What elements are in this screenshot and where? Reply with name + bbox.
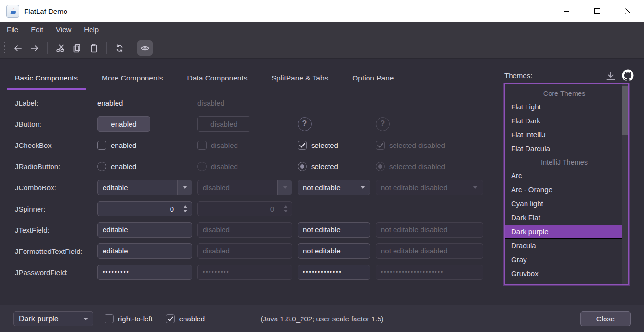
jcombobox-row-label: JComboBox: — [15, 184, 92, 192]
radio-enabled[interactable]: enabled — [97, 162, 192, 171]
theme-list-item[interactable]: Flat Light — [505, 100, 622, 114]
theme-list-item[interactable]: Gruvbox — [505, 266, 622, 280]
enabled-label: enabled — [179, 315, 205, 323]
jlabel-row-label: JLabel: — [15, 99, 92, 107]
tab-basic-components[interactable]: Basic Components — [7, 68, 86, 90]
back-button[interactable] — [10, 40, 26, 56]
tab-data-components[interactable]: Data Components — [179, 68, 256, 90]
download-icon[interactable] — [605, 71, 616, 81]
toolbar-grip[interactable] — [4, 42, 5, 54]
jpasswordfield-row-label: JPasswordField: — [15, 268, 92, 277]
tab-splitpane-tabs[interactable]: SplitPane & Tabs — [263, 68, 337, 90]
radio-selected-icon[interactable] — [298, 162, 307, 171]
help-button[interactable]: ? — [298, 117, 312, 131]
formatted-textfield-editable[interactable]: editable — [97, 243, 192, 259]
radio-disabled: disabled — [197, 162, 292, 171]
theme-list-item[interactable]: Cyan light — [505, 197, 622, 211]
menu-file[interactable]: File — [0, 22, 25, 38]
theme-list-item[interactable]: Flat IntelliJ — [505, 128, 622, 142]
checkbox-selected[interactable]: selected — [298, 141, 370, 150]
checkbox-checked-icon[interactable] — [166, 314, 175, 323]
formatted-textfield-not-editable[interactable]: not editable — [298, 243, 370, 259]
spinner-arrows[interactable] — [179, 202, 192, 216]
theme-list-item[interactable]: Dark purple — [505, 225, 622, 239]
enabled-checkbox[interactable]: enabled — [166, 314, 205, 323]
textfield-not-editable[interactable]: not editable — [298, 222, 370, 238]
chevron-down-icon[interactable] — [355, 180, 370, 195]
jlabel-enabled: enabled — [97, 99, 192, 107]
combobox-not-editable[interactable]: not editable — [298, 180, 370, 195]
theme-list-item[interactable]: Dark Flat — [505, 211, 622, 225]
github-icon[interactable] — [622, 69, 634, 81]
toolbar-separator — [132, 42, 132, 54]
theme-list-item[interactable]: Dracula — [505, 239, 622, 252]
password-field-not-editable[interactable]: ••••••••••••• — [298, 265, 370, 280]
password-field-editable[interactable]: ••••••••• — [97, 265, 192, 280]
theme-list-item[interactable]: Gray — [505, 252, 622, 266]
bottom-bar: Dark purple right-to-left enabled (Java … — [0, 305, 644, 332]
show-details-toggle[interactable] — [137, 40, 153, 56]
password-field-not-editable-disabled: ••••••••••••••••••••• — [376, 265, 483, 280]
combobox-value[interactable]: editable — [98, 184, 177, 192]
themes-scrollbar[interactable] — [622, 84, 628, 284]
paste-button[interactable] — [86, 40, 102, 56]
password-field-disabled: ••••••••• — [197, 265, 292, 280]
copy-button[interactable] — [69, 40, 85, 56]
theme-list-item[interactable]: Flat Darcula — [505, 142, 622, 156]
theme-selector-value[interactable]: Dark purple — [14, 315, 79, 323]
themes-label: Themes: — [504, 71, 532, 80]
right-to-left-checkbox[interactable]: right-to-left — [105, 314, 153, 323]
jradiobutton-row-label: JRadioButton: — [15, 162, 92, 171]
checkbox-checked-icon[interactable] — [298, 141, 307, 150]
theme-group-separator: IntelliJ Themes — [505, 156, 622, 169]
cut-button[interactable] — [53, 40, 68, 56]
close-button[interactable]: Close — [580, 311, 631, 326]
combobox-editable[interactable]: editable — [97, 180, 192, 195]
spinner-value[interactable]: 0 — [98, 202, 179, 216]
checkbox-enabled[interactable]: enabled — [97, 141, 192, 150]
textfield-editable[interactable]: editable — [97, 222, 192, 238]
radio-selected-icon — [376, 162, 385, 171]
combobox-value[interactable]: not editable — [298, 184, 355, 192]
chevron-down-icon — [468, 180, 483, 195]
java-app-icon — [6, 5, 19, 18]
radio-selected-disabled: selected disabled — [376, 162, 483, 171]
minimize-button[interactable] — [551, 0, 582, 22]
chevron-down-icon — [277, 180, 292, 195]
checkbox-icon[interactable] — [105, 314, 114, 323]
radio-selected[interactable]: selected — [298, 162, 370, 171]
chevron-down-icon[interactable] — [79, 312, 93, 326]
combobox-value: disabled — [198, 184, 277, 192]
radio-icon[interactable] — [97, 162, 106, 171]
maximize-button[interactable] — [582, 0, 613, 22]
combobox-not-editable-disabled: not editable disabled — [376, 180, 483, 195]
theme-list-item[interactable]: Arc - Orange — [505, 183, 622, 197]
theme-group-separator: Core Themes — [505, 87, 622, 100]
theme-list-item[interactable]: Flat Dark — [505, 114, 622, 128]
tab-option-pane[interactable]: Option Pane — [344, 68, 402, 90]
help-button-disabled: ? — [376, 117, 390, 131]
theme-selector-combobox[interactable]: Dark purple — [13, 311, 93, 326]
theme-list-item[interactable]: Arc — [505, 169, 622, 183]
close-window-button[interactable] — [613, 0, 644, 22]
spinner-enabled[interactable]: 0 — [97, 201, 192, 216]
menu-view[interactable]: View — [50, 22, 78, 38]
textfield-disabled: disabled — [197, 222, 292, 238]
checkbox-label: selected disabled — [389, 141, 445, 149]
checkbox-selected-disabled: selected disabled — [376, 141, 483, 150]
combobox-value: not editable disabled — [376, 184, 468, 192]
jbutton-row-label: JButton: — [15, 120, 92, 128]
chevron-down-icon[interactable] — [177, 180, 192, 195]
scrollbar-thumb[interactable] — [622, 86, 628, 135]
menu-edit[interactable]: Edit — [25, 22, 50, 38]
checkbox-checked-icon — [376, 141, 385, 150]
tab-more-components[interactable]: More Components — [93, 68, 171, 90]
forward-button[interactable] — [27, 40, 42, 56]
window-title: FlatLaf Demo — [24, 7, 67, 15]
enabled-button[interactable]: enabled — [97, 116, 150, 132]
menu-help[interactable]: Help — [78, 22, 105, 38]
checkbox-icon — [197, 141, 207, 150]
checkbox-icon[interactable] — [97, 141, 106, 150]
refresh-button[interactable] — [112, 40, 127, 56]
jtextfield-row-label: JTextField: — [15, 226, 92, 234]
